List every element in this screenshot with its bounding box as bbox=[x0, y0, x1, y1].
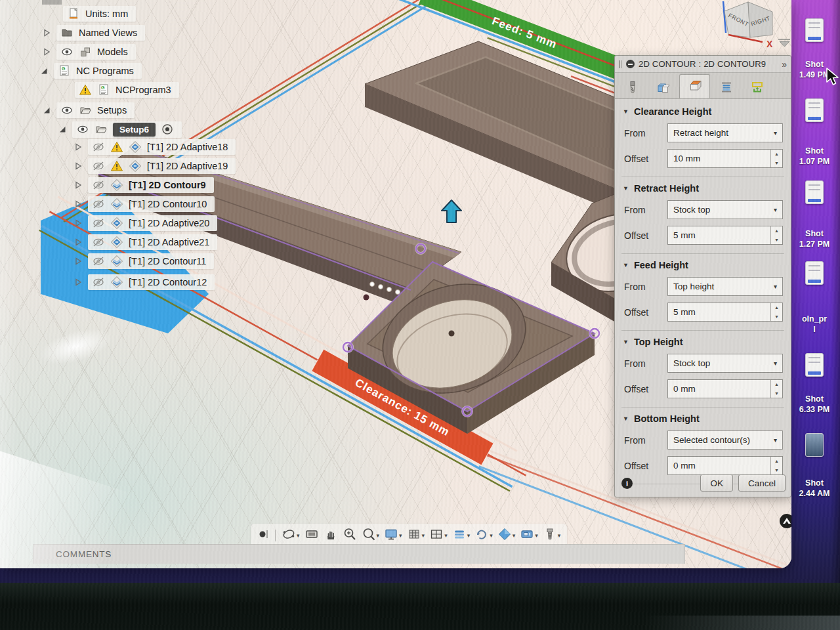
visibility-eye-off-icon[interactable] bbox=[92, 198, 105, 211]
chevron-down-icon[interactable]: ▾ bbox=[513, 532, 516, 539]
operation-row[interactable]: [T1] 2D Adaptive19 bbox=[74, 158, 236, 175]
stock-diamond-button[interactable]: ▾ bbox=[496, 526, 517, 545]
visibility-eye-off-icon[interactable] bbox=[92, 217, 105, 230]
visibility-eye-icon[interactable] bbox=[60, 45, 74, 58]
browser-item-nc-programs[interactable]: GNC Programs bbox=[39, 62, 142, 79]
operation-row[interactable]: [T1] 2D Contour12 bbox=[74, 274, 215, 291]
operation-row[interactable]: [T1] 2D Adaptive20 bbox=[74, 215, 217, 232]
setup-badge[interactable]: Setup6 bbox=[113, 123, 156, 136]
feed-from-select[interactable]: Top height▾ bbox=[667, 277, 783, 296]
zoom-button[interactable] bbox=[341, 526, 358, 545]
cancel-button[interactable]: Cancel bbox=[738, 474, 786, 492]
browser-item-units[interactable]: Units: mm bbox=[63, 5, 136, 22]
chevron-down-icon[interactable]: ▾ bbox=[297, 532, 300, 539]
ok-button[interactable]: OK bbox=[700, 474, 733, 492]
section-caret-icon[interactable]: ▼ bbox=[623, 339, 629, 345]
dialog-linking-tab[interactable] bbox=[742, 77, 772, 98]
operation-row[interactable]: [T1] 2D Adaptive18 bbox=[74, 138, 236, 156]
chevron-down-icon[interactable]: ▾ bbox=[535, 532, 538, 539]
chevron-down-icon[interactable]: ▾ bbox=[377, 532, 380, 539]
browser-item-setup6[interactable]: Setup6 bbox=[58, 121, 182, 138]
retract-from-select[interactable]: Stock top▾ bbox=[667, 200, 783, 219]
feed-direction-arrow-icon[interactable] bbox=[442, 200, 461, 222]
visibility-eye-off-icon[interactable] bbox=[92, 178, 105, 192]
top-from-select[interactable]: Stock top▾ bbox=[667, 354, 783, 373]
toolpath-layers-button[interactable]: ▾ bbox=[451, 526, 472, 545]
caret-expanded-icon[interactable] bbox=[58, 125, 68, 134]
desktop-file-icon[interactable] bbox=[805, 261, 824, 285]
visibility-eye-off-icon[interactable] bbox=[92, 276, 105, 289]
retract-offset-input[interactable]: 5 mm ▲▼ bbox=[667, 226, 783, 245]
operation-row[interactable]: [T1] 2D Contour10 bbox=[74, 196, 215, 213]
dialog-tool-tab[interactable] bbox=[618, 77, 647, 98]
bottom-from-select[interactable]: Selected contour(s)▾ bbox=[667, 430, 783, 450]
desktop-file-icon[interactable] bbox=[805, 180, 824, 204]
spinner-arrows[interactable]: ▲▼ bbox=[770, 150, 782, 167]
browser-item-models[interactable]: Models bbox=[42, 43, 136, 60]
pan-button[interactable] bbox=[322, 526, 339, 545]
operation-row[interactable]: [T1] 2D Contour11 bbox=[74, 253, 214, 270]
radio-target-icon[interactable] bbox=[161, 123, 174, 136]
caret-collapsed-icon[interactable] bbox=[74, 180, 84, 190]
section-caret-icon[interactable]: ▼ bbox=[623, 185, 629, 192]
caret-collapsed-icon[interactable] bbox=[74, 142, 84, 152]
dialog-passes-tab[interactable] bbox=[711, 77, 741, 98]
chevron-down-icon[interactable]: ▾ bbox=[399, 532, 402, 539]
section-caret-icon[interactable]: ▼ bbox=[623, 262, 629, 268]
viewcube-menu-icon[interactable] bbox=[778, 39, 790, 47]
look-at-button[interactable] bbox=[303, 526, 320, 545]
spinner-arrows[interactable]: ▲▼ bbox=[770, 380, 782, 398]
visibility-eye-off-icon[interactable] bbox=[92, 140, 105, 154]
dialog-geometry-tab[interactable] bbox=[648, 77, 678, 98]
browser-item-ncprogram3[interactable]: GNCProgram3 bbox=[75, 81, 179, 98]
chevron-down-icon[interactable]: ▾ bbox=[490, 532, 493, 539]
thread-tool-button[interactable]: ▾ bbox=[541, 526, 562, 545]
clearance-from-select[interactable]: Retract height▾ bbox=[667, 123, 783, 142]
section-caret-icon[interactable]: ▼ bbox=[623, 415, 629, 422]
caret-collapsed-icon[interactable] bbox=[74, 238, 84, 247]
grid-settings-button[interactable]: ▾ bbox=[406, 526, 427, 545]
dialog-heights-tab[interactable] bbox=[679, 74, 710, 98]
caret-expanded-icon[interactable] bbox=[42, 106, 52, 115]
caret-collapsed-icon[interactable] bbox=[74, 161, 84, 171]
chevron-down-icon[interactable]: ▾ bbox=[558, 532, 561, 539]
display-settings-button[interactable]: ▾ bbox=[383, 526, 404, 545]
desktop-file-icon[interactable] bbox=[805, 353, 824, 377]
top-offset-input[interactable]: 0 mm ▲▼ bbox=[667, 379, 783, 398]
feed-offset-input[interactable]: 5 mm ▲▼ bbox=[667, 303, 783, 322]
caret-collapsed-icon[interactable] bbox=[74, 219, 84, 228]
section-caret-icon[interactable]: ▼ bbox=[623, 108, 629, 115]
visibility-eye-off-icon[interactable] bbox=[92, 255, 105, 268]
machine-button[interactable]: ▾ bbox=[518, 526, 539, 545]
desktop-file-icon[interactable] bbox=[805, 18, 824, 42]
dialog-titlebar[interactable]: 2D CONTOUR : 2D CONTOUR9 » bbox=[615, 56, 791, 73]
caret-collapsed-icon[interactable] bbox=[74, 200, 84, 209]
info-icon[interactable]: i bbox=[621, 478, 633, 489]
visibility-eye-icon[interactable] bbox=[76, 123, 89, 136]
visibility-eye-off-icon[interactable] bbox=[92, 236, 105, 249]
spinner-arrows[interactable]: ▲▼ bbox=[770, 226, 782, 244]
browser-item-setups[interactable]: Setups bbox=[42, 102, 135, 119]
zoom-window-button[interactable]: ▾ bbox=[360, 526, 381, 545]
position-dot-button[interactable] bbox=[256, 526, 270, 545]
chevron-down-icon[interactable]: ▾ bbox=[444, 532, 448, 539]
desktop-file-icon[interactable] bbox=[805, 98, 824, 122]
bottom-offset-input[interactable]: 0 mm ▲▼ bbox=[667, 456, 783, 475]
browser-item-named-views[interactable]: Named Views bbox=[42, 24, 145, 41]
drag-grip-icon[interactable] bbox=[619, 60, 622, 68]
operation-row[interactable]: [T1] 2D Adaptive21 bbox=[74, 234, 217, 251]
caret-collapsed-icon[interactable] bbox=[74, 257, 84, 266]
chevron-down-icon[interactable]: ▾ bbox=[422, 532, 425, 539]
caret-collapsed-icon[interactable] bbox=[42, 47, 52, 56]
desktop-file-icon[interactable] bbox=[805, 433, 824, 457]
caret-collapsed-icon[interactable] bbox=[74, 278, 84, 287]
orbit-button[interactable]: ▾ bbox=[280, 526, 301, 545]
expand-arrows-icon[interactable]: » bbox=[782, 60, 787, 69]
caret-collapsed-icon[interactable] bbox=[42, 28, 52, 37]
visibility-eye-icon[interactable] bbox=[60, 104, 74, 117]
refresh-button[interactable]: ▾ bbox=[473, 526, 494, 545]
caret-expanded-icon[interactable] bbox=[39, 66, 50, 75]
viewports-button[interactable]: ▾ bbox=[428, 526, 449, 545]
collapse-circle-icon[interactable] bbox=[626, 60, 635, 68]
spinner-arrows[interactable]: ▲▼ bbox=[770, 303, 782, 321]
